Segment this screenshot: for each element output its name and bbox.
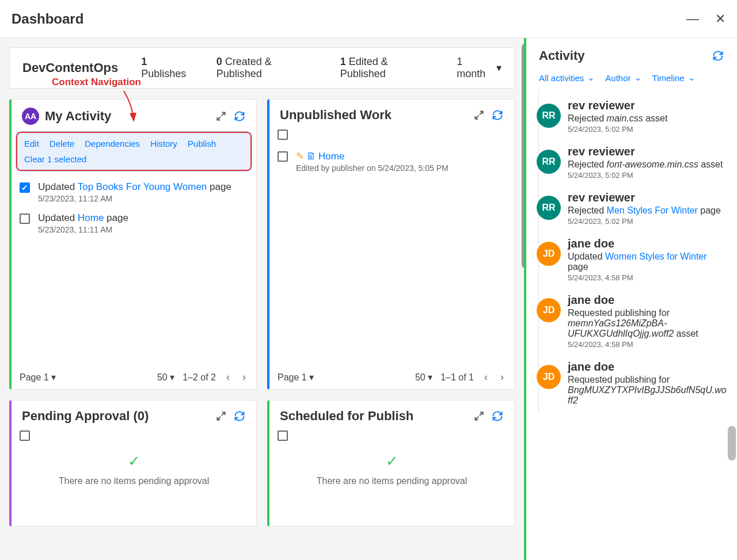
- scheduled-widget: Scheduled for Publish ✓ There are no ite…: [267, 400, 515, 527]
- feed-avatar: RR: [537, 104, 561, 128]
- ctx-action-delete[interactable]: Delete: [50, 139, 74, 148]
- item-meta: 5/23/2023, 11:11 AM: [38, 225, 128, 234]
- refresh-icon[interactable]: [233, 410, 246, 422]
- chevron-down-icon: ⌄: [635, 73, 642, 83]
- site-name: DevContentOps: [22, 60, 118, 75]
- list-item: Updated Top Books For Young Women page 5…: [20, 177, 248, 208]
- check-icon: ✓: [269, 452, 514, 470]
- context-action-bar: Edit Delete Dependencies History Publish…: [16, 132, 252, 171]
- unpublished-list: ✎🗎Home Edited by publisher on 5/24/2023,…: [269, 140, 514, 365]
- filter-activities[interactable]: All activities ⌄: [539, 73, 595, 83]
- my-activity-widget: Context Navigation AA My Activity: [9, 99, 257, 390]
- check-icon: ✓: [12, 452, 256, 470]
- feed-user: jane doe: [568, 360, 727, 374]
- chevron-down-icon: ⌄: [688, 73, 696, 83]
- feed-timestamp: 5/24/2023, 4:58 PM: [568, 340, 727, 349]
- feed-text: Updated Women Styles for Winter page: [568, 252, 727, 272]
- context-nav-annotation: Context Navigation: [52, 77, 141, 88]
- feed-asset-name: BngMUXZYTXPIvIBgJJSb6ufN5qU.woff2: [568, 385, 727, 405]
- ctx-action-edit[interactable]: Edit: [24, 139, 39, 148]
- dashboard-content: DevContentOps 1 Publishes 0 Created & Pu…: [0, 38, 524, 560]
- chevron-down-icon: ⌄: [587, 73, 595, 83]
- feed-asset-name: memnYaGs126MiZpBA-UFUKXGUdhlIqOjjg.woff2: [568, 318, 674, 338]
- feed-text: Requested publishing for memnYaGs126MiZp…: [568, 308, 727, 339]
- feed-user: jane doe: [568, 294, 727, 307]
- select-all-checkbox[interactable]: [20, 431, 30, 441]
- activity-feed: RRrev reviewerRejected main.css asset5/2…: [526, 90, 737, 413]
- feed-link[interactable]: Women Styles for Winter: [605, 252, 707, 261]
- item-link[interactable]: Top Books For Young Women: [78, 181, 207, 192]
- page-range: 1–1 of 1: [440, 372, 474, 383]
- minimize-icon[interactable]: —: [686, 12, 699, 26]
- item-checkbox[interactable]: [20, 182, 30, 193]
- feed-user: rev reviewer: [568, 145, 727, 158]
- ctx-clear-selection[interactable]: Clear 1 selected: [24, 154, 244, 164]
- my-activity-list: Updated Top Books For Young Women page 5…: [12, 171, 256, 365]
- page-prev-button[interactable]: ‹: [224, 371, 232, 383]
- feed-timestamp: 5/24/2023, 5:02 PM: [568, 217, 727, 226]
- date-range-select[interactable]: 1 month ▾: [457, 56, 502, 80]
- my-activity-avatar: AA: [22, 108, 39, 125]
- pencil-icon: ✎: [296, 151, 304, 162]
- feed-user: rev reviewer: [568, 99, 727, 112]
- feed-timestamp: 5/24/2023, 4:58 PM: [568, 273, 727, 282]
- select-all-checkbox[interactable]: [278, 129, 288, 140]
- stat-edited: 1 Edited & Published: [340, 56, 434, 80]
- content-scrollbar[interactable]: [522, 44, 524, 268]
- page-select[interactable]: Page 1 ▾: [20, 372, 56, 383]
- page-scrollbar[interactable]: [728, 426, 736, 460]
- activity-filters: All activities ⌄ Author ⌄ Timeline ⌄: [526, 69, 737, 90]
- refresh-icon[interactable]: [491, 410, 504, 422]
- refresh-icon[interactable]: [491, 109, 504, 121]
- item-checkbox[interactable]: [278, 151, 288, 162]
- feed-text: Rejected font-awesome.min.css asset: [568, 159, 727, 170]
- unpublished-widget: Unpublished Work ✎🗎Home Edited by pu: [267, 99, 515, 390]
- feed-item: JDjane doeUpdated Women Styles for Winte…: [537, 231, 727, 288]
- page-size-select[interactable]: 50 ▾: [415, 372, 432, 383]
- filter-author[interactable]: Author ⌄: [605, 73, 641, 83]
- item-meta: 5/23/2023, 11:12 AM: [38, 194, 231, 203]
- feed-text: Rejected main.css asset: [568, 113, 727, 124]
- window-controls: — ✕: [686, 12, 725, 26]
- close-icon[interactable]: ✕: [715, 12, 725, 26]
- stat-created: 0 Created & Published: [216, 56, 317, 80]
- ctx-action-publish[interactable]: Publish: [188, 139, 216, 148]
- page-size-select[interactable]: 50 ▾: [157, 372, 174, 383]
- item-link[interactable]: Home: [318, 151, 344, 162]
- feed-avatar: JD: [537, 242, 561, 266]
- page-next-button[interactable]: ›: [498, 371, 506, 383]
- annotation-arrow-icon: [121, 88, 144, 134]
- expand-icon[interactable]: [215, 110, 227, 123]
- list-item: ✎🗎Home Edited by publisher on 5/24/2023,…: [278, 146, 506, 177]
- stat-publishes: 1 Publishes: [141, 56, 193, 80]
- my-activity-pager: Page 1 ▾ 50 ▾ 1–2 of 2 ‹ ›: [12, 365, 256, 389]
- page-range: 1–2 of 2: [183, 372, 216, 383]
- feed-text: Requested publishing for BngMUXZYTXPIvIB…: [568, 375, 727, 406]
- feed-avatar: JD: [537, 298, 561, 322]
- filter-timeline[interactable]: Timeline ⌄: [652, 73, 696, 83]
- ctx-action-dependencies[interactable]: Dependencies: [85, 139, 140, 148]
- page-next-button[interactable]: ›: [240, 371, 248, 383]
- expand-icon[interactable]: [215, 410, 227, 422]
- feed-item: JDjane doeRequested publishing for memnY…: [537, 288, 727, 355]
- item-link[interactable]: Home: [78, 212, 104, 223]
- feed-asset-name: main.css: [607, 113, 643, 123]
- item-checkbox[interactable]: [20, 214, 30, 224]
- feed-item: RRrev reviewerRejected Men Styles For Wi…: [537, 185, 727, 231]
- feed-timestamp: 5/24/2023, 5:02 PM: [568, 171, 727, 180]
- refresh-icon[interactable]: [233, 110, 246, 123]
- page-select[interactable]: Page 1 ▾: [278, 372, 314, 383]
- page-prev-button[interactable]: ‹: [482, 371, 490, 383]
- feed-avatar: JD: [537, 365, 561, 389]
- refresh-icon[interactable]: [712, 49, 724, 62]
- expand-icon[interactable]: [473, 410, 485, 422]
- feed-item: JDjane doeRequested publishing for BngMU…: [537, 355, 727, 413]
- expand-icon[interactable]: [473, 109, 485, 121]
- ctx-action-history[interactable]: History: [150, 139, 177, 148]
- pending-approval-widget: Pending Approval (0) ✓ There are no item…: [9, 400, 257, 527]
- feed-link[interactable]: Men Styles For Winter: [607, 205, 698, 215]
- select-all-checkbox[interactable]: [278, 431, 288, 441]
- list-item: Updated Home page 5/23/2023, 11:11 AM: [20, 208, 248, 239]
- feed-avatar: RR: [537, 150, 561, 174]
- scheduled-empty-state: ✓ There are no items pending approval: [269, 441, 514, 504]
